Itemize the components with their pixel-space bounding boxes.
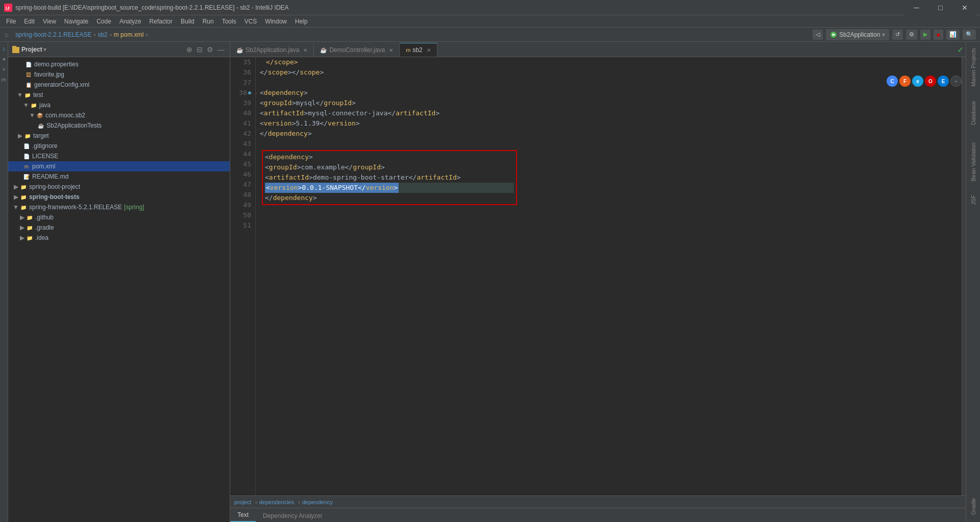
more-browsers-icon[interactable]: + xyxy=(950,76,962,87)
code-line-41: <version>5.1.39</version> xyxy=(260,118,958,129)
code-line-37 xyxy=(260,78,958,88)
activity-persistence[interactable]: 🗃 xyxy=(1,76,8,83)
menu-refactor[interactable]: Refactor xyxy=(145,17,177,26)
close-sidebar-button[interactable]: — xyxy=(216,44,226,55)
expand-arrow: ▶ xyxy=(16,132,23,139)
firefox-icon[interactable]: F xyxy=(899,76,911,87)
expand-arrow: ▼ xyxy=(16,91,23,98)
menu-file[interactable]: File xyxy=(2,17,20,26)
settings-button[interactable]: ⚙ xyxy=(206,44,214,55)
tree-item-gradle[interactable]: ▶ 📁 .gradle xyxy=(8,222,230,233)
minimize-button[interactable]: ─ xyxy=(905,0,928,15)
maximize-button[interactable]: □ xyxy=(929,0,952,15)
menu-window[interactable]: Window xyxy=(261,17,291,26)
tree-item-generator-xml[interactable]: 📋 generatorConfig.xml xyxy=(8,80,230,90)
gradle-tab[interactable]: Gradle xyxy=(966,491,980,522)
database-tab[interactable]: Database xyxy=(966,93,980,134)
sidebar-header: Project ▾ ⊕ ⊟ ⚙ — xyxy=(8,42,230,57)
tree-item-idea[interactable]: ▶ 📁 .idea xyxy=(8,233,230,243)
code-line-48: </dependency> xyxy=(265,193,514,203)
tree-item-spring-boot-project[interactable]: ▶ 📁 spring-boot-project xyxy=(8,182,230,192)
menu-build[interactable]: Build xyxy=(177,17,199,26)
tree-item-pom-xml[interactable]: m pom.xml xyxy=(8,161,230,171)
tree-item-spring-framework[interactable]: ▼ 📁 spring-framework-5.2.1.RELEASE [spri… xyxy=(8,202,230,212)
tree-item-java[interactable]: ▼ 📁 java xyxy=(8,100,230,110)
menu-help[interactable]: Help xyxy=(291,17,312,26)
close-tab-icon[interactable]: ✕ xyxy=(427,47,431,53)
search-nav-button[interactable]: 🔍 xyxy=(963,30,976,40)
chrome-icon[interactable]: C xyxy=(887,76,898,87)
gitignore-file-icon: 📄 xyxy=(22,142,31,150)
menu-edit[interactable]: Edit xyxy=(20,17,39,26)
jsf-tab[interactable]: JSF xyxy=(966,190,980,210)
code-line-49 xyxy=(260,206,958,216)
menu-run[interactable]: Run xyxy=(199,17,218,26)
menu-navigate[interactable]: Navigate xyxy=(60,17,92,26)
code-editor[interactable]: </scope> </scope></scope> 🔖 <dependency> xyxy=(256,57,962,495)
ie-icon[interactable]: e xyxy=(912,76,923,87)
close-tab-icon[interactable]: ✕ xyxy=(389,47,393,53)
tab-dependency-analyzer[interactable]: Dependency Analyzer xyxy=(256,510,330,522)
path-dependencies: dependencies xyxy=(259,499,295,505)
readme-icon: 📝 xyxy=(22,172,31,181)
tree-item-sb2tests[interactable]: ☕ Sb2ApplicationTests xyxy=(8,120,230,131)
tab-text[interactable]: Text xyxy=(230,509,256,522)
close-button[interactable]: ✕ xyxy=(953,0,976,15)
coverage-button[interactable]: 📊 xyxy=(946,30,960,40)
java-test-file-icon: ☕ xyxy=(37,121,45,130)
close-tab-icon[interactable]: ✕ xyxy=(303,47,307,53)
code-line-39: <groupId>mysql</groupId> xyxy=(260,98,958,108)
sync-button[interactable]: ⊕ xyxy=(185,44,193,55)
path-dependency: dependency xyxy=(302,499,333,505)
project-sidebar: Project ▾ ⊕ ⊟ ⚙ — 📄 demo.properties 🖼 fa… xyxy=(8,42,230,522)
idea-folder-icon: 📁 xyxy=(26,234,34,242)
tab-democontroller[interactable]: ☕ DemoController.java ✕ xyxy=(314,43,400,57)
gradle-folder-icon: 📁 xyxy=(26,223,34,232)
menu-code[interactable]: Code xyxy=(92,17,115,26)
home-icon[interactable]: ⌂ xyxy=(4,31,12,39)
pom-xml-icon: m xyxy=(22,162,31,170)
activity-project[interactable]: 1 xyxy=(1,45,8,53)
properties-file-icon: 📄 xyxy=(24,60,33,68)
tree-item-target[interactable]: ▶ 📁 target xyxy=(8,131,230,141)
tab-sb2application[interactable]: ☕ Sb2Application.java ✕ xyxy=(230,43,314,57)
run-nav-button[interactable]: ▶ xyxy=(920,30,930,40)
tree-item-favorite-jpg[interactable]: 🖼 favorite.jpg xyxy=(8,69,230,80)
opera-icon[interactable]: O xyxy=(925,76,936,87)
tree-item-gitignore[interactable]: 📄 .gitignore xyxy=(8,141,230,151)
tree-item-demo-props[interactable]: 📄 demo.properties xyxy=(8,59,230,69)
refresh-button[interactable]: ↺ xyxy=(892,30,903,40)
activity-structure[interactable]: ≡ xyxy=(1,66,8,73)
edge-icon[interactable]: E xyxy=(938,76,949,87)
breadcrumb-sb2[interactable]: sb2 xyxy=(97,31,107,38)
right-tool-tabs: Maven Projects Database Bean Validation … xyxy=(966,42,980,522)
bookmark-icon: 🔖 xyxy=(256,88,257,98)
target-folder-icon: 📁 xyxy=(23,132,32,140)
spring-boot-tests-icon: 📁 xyxy=(19,193,28,201)
tree-item-test[interactable]: ▼ 📁 test xyxy=(8,90,230,100)
tree-item-readme[interactable]: 📝 README.md xyxy=(8,171,230,182)
settings-nav-button[interactable]: ⚙ xyxy=(906,30,917,40)
run-config-icon xyxy=(830,31,837,38)
bean-validation-tab[interactable]: Bean Validation xyxy=(966,134,980,190)
maven-projects-tab[interactable]: Maven Projects xyxy=(966,42,980,93)
menu-view[interactable]: View xyxy=(39,17,60,26)
tab-pom-xml[interactable]: m sb2 ✕ xyxy=(400,43,437,57)
editor-content: 35 36 37 38 ● 39 40 41 42 43 44 45 46 47… xyxy=(230,57,966,495)
right-margin xyxy=(962,57,966,495)
menu-vcs[interactable]: VCS xyxy=(240,17,261,26)
activity-favorites[interactable]: ★ xyxy=(1,56,8,63)
tree-item-github[interactable]: ▶ 📁 .github xyxy=(8,212,230,222)
tree-item-spring-boot-tests[interactable]: ▶ 📁 spring-boot-tests xyxy=(8,192,230,202)
back-nav-button[interactable]: ◁ xyxy=(813,30,823,40)
breadcrumb-project[interactable]: spring-boot-2.2.1.RELEASE xyxy=(15,31,91,38)
stop-nav-button[interactable]: ■ xyxy=(934,30,943,40)
tree-item-com-mooc[interactable]: ▼ 📦 com.mooc.sb2 xyxy=(8,110,230,120)
tree-item-license[interactable]: 📄 LICENSE xyxy=(8,151,230,161)
menu-analyze[interactable]: Analyze xyxy=(115,17,145,26)
menu-tools[interactable]: Tools xyxy=(218,17,240,26)
collapse-all-button[interactable]: ⊟ xyxy=(195,44,204,55)
left-activity-bar: 1 ★ ≡ 🗃 xyxy=(0,42,8,522)
breadcrumb-file[interactable]: m pom.xml xyxy=(114,31,144,38)
run-config-label: Sb2Application xyxy=(839,31,880,38)
